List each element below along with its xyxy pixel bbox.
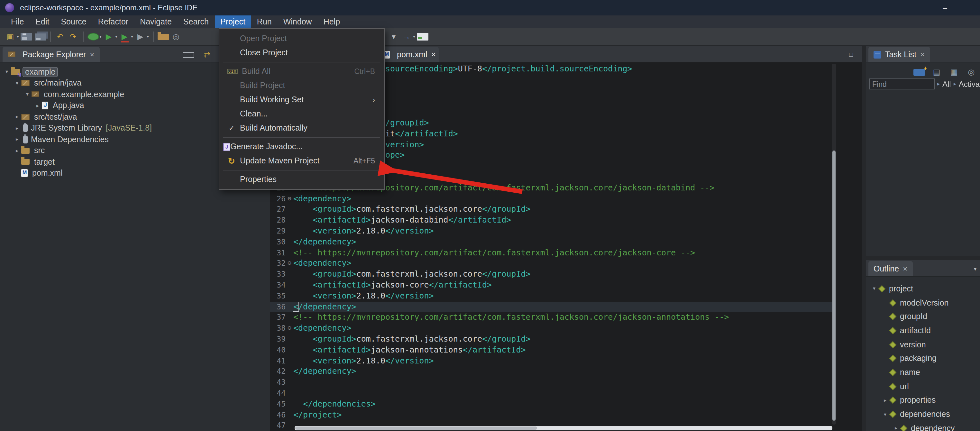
external-tools-button[interactable]: ▶▾ bbox=[134, 31, 150, 43]
expander-open-icon[interactable]: ▾ bbox=[23, 92, 32, 97]
expander-open-icon[interactable]: ▾ bbox=[870, 286, 879, 292]
outline-item-name[interactable]: name bbox=[866, 366, 980, 379]
menu-item-clean[interactable]: Clean... bbox=[220, 107, 384, 121]
editor-line-26: 26⊖<dependency> bbox=[270, 193, 834, 204]
outline-item-properties[interactable]: ▸properties bbox=[866, 393, 980, 407]
menubar-item-edit[interactable]: Edit bbox=[30, 16, 55, 28]
new-task-button[interactable] bbox=[913, 68, 926, 76]
dropdown-caret-icon[interactable]: ▾ bbox=[99, 34, 102, 39]
tab-package-explorer[interactable]: Package Explorer × bbox=[3, 47, 99, 62]
menu-item-open-project[interactable]: Open Project bbox=[220, 32, 384, 46]
maximize-view-icon[interactable]: □ bbox=[849, 51, 853, 58]
fold-marker-icon[interactable]: ⊖ bbox=[286, 193, 293, 204]
menubar-item-run[interactable]: Run bbox=[251, 16, 278, 28]
expander-closed-icon[interactable]: ▸ bbox=[33, 103, 42, 109]
categorized-button[interactable]: ▤ bbox=[930, 66, 943, 78]
save-button[interactable] bbox=[20, 33, 32, 41]
menu-item-close-project[interactable]: Close Project bbox=[220, 46, 384, 60]
outline-item-artifactid[interactable]: artifactId bbox=[866, 324, 980, 337]
forward-button[interactable]: →▾ bbox=[400, 31, 416, 43]
expander-open-icon[interactable]: ▾ bbox=[3, 69, 11, 75]
menu-item-build-all[interactable]: 010Build AllCtrl+B bbox=[220, 64, 384, 78]
redo-button[interactable]: ↷ bbox=[67, 31, 80, 43]
menubar-item-source[interactable]: Source bbox=[55, 16, 92, 28]
outline-item-modelversion[interactable]: modelVersion bbox=[866, 296, 980, 309]
editor-line-38: 38⊖<dependency> bbox=[270, 323, 834, 334]
expander-closed-icon[interactable]: ▸ bbox=[13, 137, 21, 143]
menu-item-build-project[interactable]: Build Project bbox=[220, 78, 384, 93]
debug-button[interactable]: ▾ bbox=[86, 33, 102, 41]
menu-item-generate-javadoc[interactable]: JGenerate Javadoc... bbox=[220, 140, 384, 154]
external-tools-icon: ▶ bbox=[134, 31, 146, 43]
menubar-item-navigate[interactable]: Navigate bbox=[134, 16, 178, 28]
expander-closed-icon[interactable]: ▸ bbox=[13, 114, 21, 120]
menu-item-properties[interactable]: Properties bbox=[220, 172, 384, 186]
coverage-button[interactable]: ▶▾ bbox=[118, 31, 134, 43]
editor-vertical-scrollbar[interactable] bbox=[832, 64, 836, 425]
link-with-editor-button[interactable]: ⇄ bbox=[201, 49, 213, 60]
outline-tree[interactable]: ▾projectmodelVersiongroupIdartifactIdver… bbox=[866, 279, 980, 431]
code-segment: jackson-annotations bbox=[371, 345, 463, 354]
expander-open-icon[interactable]: ▾ bbox=[881, 411, 889, 417]
scheduled-button[interactable]: ▦ bbox=[948, 66, 960, 78]
last-edit-location-button[interactable] bbox=[416, 33, 429, 41]
expander-open-icon[interactable]: ▾ bbox=[13, 80, 21, 86]
close-icon[interactable]: × bbox=[920, 50, 925, 59]
outline-item-version[interactable]: version bbox=[866, 338, 980, 351]
vertical-scrollbar-thumb[interactable] bbox=[832, 150, 835, 421]
dropdown-caret-icon[interactable]: ▾ bbox=[17, 34, 19, 39]
outline-item-packaging[interactable]: packaging bbox=[866, 351, 980, 366]
tab-pom-xml[interactable]: pom.xml × bbox=[378, 47, 439, 62]
close-icon[interactable]: × bbox=[903, 264, 907, 273]
tab-task-list[interactable]: Task List × bbox=[869, 47, 930, 62]
menubar-item-help[interactable]: Help bbox=[318, 16, 346, 28]
close-icon[interactable]: × bbox=[431, 50, 436, 59]
code-segment: <dependency> bbox=[293, 193, 352, 203]
menu-item-build-automatically[interactable]: ✓Build Automatically bbox=[220, 121, 384, 135]
line-number: 28 bbox=[270, 215, 286, 226]
expander-closed-icon[interactable]: ▸ bbox=[892, 425, 900, 431]
back-menu-button[interactable]: ▾ bbox=[387, 31, 400, 43]
fold-marker-icon[interactable]: ⊖ bbox=[286, 258, 293, 269]
open-type-button[interactable]: ◎ bbox=[170, 31, 182, 43]
window-minimize-button[interactable]: – bbox=[937, 0, 953, 16]
minimize-view-icon[interactable]: – bbox=[839, 51, 843, 58]
editor-horizontal-scrollbar[interactable] bbox=[294, 426, 832, 430]
menubar-item-window[interactable]: Window bbox=[278, 16, 318, 28]
new-java-project-button[interactable] bbox=[157, 34, 170, 40]
filter-all[interactable]: All bbox=[942, 80, 951, 89]
outline-item-groupid[interactable]: groupId bbox=[866, 310, 980, 324]
filter-activate[interactable]: Activate bbox=[959, 80, 980, 89]
collapse-all-button[interactable] bbox=[182, 52, 195, 57]
dropdown-caret-icon[interactable]: ▾ bbox=[147, 34, 149, 39]
outline-item-dependency[interactable]: ▸dependency bbox=[866, 421, 980, 431]
expander-closed-icon[interactable]: ▸ bbox=[881, 398, 889, 403]
outline-view-menu-icon[interactable]: ▾ bbox=[974, 266, 977, 272]
menubar-item-file[interactable]: File bbox=[5, 16, 30, 28]
horizontal-scrollbar-thumb[interactable] bbox=[295, 426, 537, 430]
tab-outline[interactable]: Outline × bbox=[869, 261, 912, 276]
menubar-item-search[interactable]: Search bbox=[178, 16, 215, 28]
expander-closed-icon[interactable]: ▸ bbox=[13, 148, 21, 154]
focus-button[interactable]: ◎ bbox=[965, 66, 978, 78]
outline-item-dependencies[interactable]: ▾dependencies bbox=[866, 407, 980, 421]
dropdown-caret-icon[interactable]: ▾ bbox=[115, 34, 118, 39]
run-button[interactable]: ▶▾ bbox=[102, 31, 118, 43]
undo-button[interactable]: ↶ bbox=[54, 31, 67, 43]
menu-shortcut: Alt+F5 bbox=[353, 157, 375, 165]
menu-item-build-working-set[interactable]: Build Working Set› bbox=[220, 93, 384, 107]
close-icon[interactable]: × bbox=[90, 50, 94, 59]
dropdown-caret-icon[interactable]: ▾ bbox=[131, 34, 133, 39]
menubar-item-project[interactable]: Project bbox=[215, 16, 251, 28]
expander-closed-icon[interactable]: ▸ bbox=[13, 126, 21, 131]
outline-item-url[interactable]: url bbox=[866, 380, 980, 393]
menubar-item-refactor[interactable]: Refactor bbox=[92, 16, 134, 28]
outline-item-project[interactable]: ▾project bbox=[866, 282, 980, 296]
new-wizard-button[interactable]: ▣▾ bbox=[4, 31, 20, 43]
fold-marker-icon[interactable]: ⊖ bbox=[286, 323, 293, 334]
undo-icon: ↶ bbox=[54, 31, 66, 43]
save-all-button[interactable] bbox=[32, 33, 47, 40]
find-input[interactable] bbox=[869, 78, 935, 89]
dropdown-caret-icon[interactable]: ▾ bbox=[413, 34, 415, 39]
menu-item-update-maven-project[interactable]: ↻Update Maven ProjectAlt+F5 bbox=[220, 154, 384, 168]
